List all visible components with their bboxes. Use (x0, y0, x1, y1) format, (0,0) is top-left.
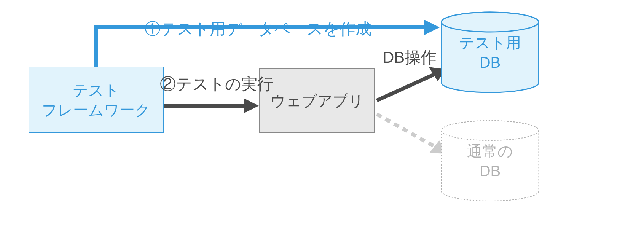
node-test-db: テスト用 DB (440, 11, 540, 93)
svg-line-5 (377, 114, 434, 146)
node-test-framework: テスト フレームワーク (29, 67, 164, 133)
diagram-canvas: テスト フレームワーク ウェブアプリ テスト用 DB 通常の DB ①テスト用デ… (0, 0, 644, 242)
webapp-label: ウェブアプリ (270, 91, 364, 111)
label-step1: ①テスト用データベースを作成 (145, 21, 371, 37)
node-webapp: ウェブアプリ (259, 68, 375, 133)
label-step2: ②テストの実行 (160, 76, 273, 92)
framework-line2: フレームワーク (42, 100, 150, 120)
framework-line1: テスト (73, 80, 120, 100)
node-normal-db: 通常の DB (440, 120, 540, 202)
label-db-operation: DB操作 (383, 49, 437, 65)
test-db-line2: DB (480, 53, 501, 72)
svg-point-8 (442, 12, 539, 32)
normal-db-line1: 通常の (467, 141, 513, 161)
normal-db-line2: DB (480, 161, 501, 181)
test-db-line1: テスト用 (459, 33, 521, 53)
